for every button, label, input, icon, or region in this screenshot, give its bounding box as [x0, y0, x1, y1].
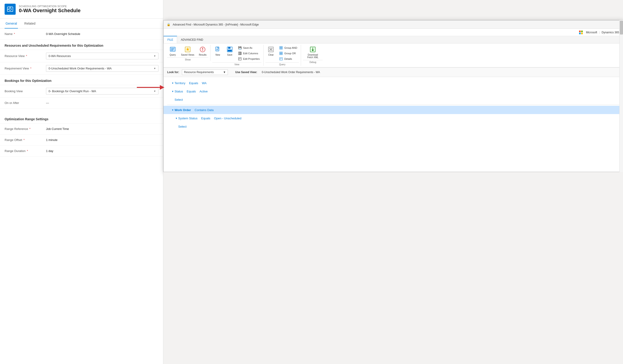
look-for-dropdown[interactable]: Resource Requirements ▼ [182, 69, 228, 75]
details-label: Details [284, 58, 292, 60]
scrollbar-thumb[interactable] [620, 21, 623, 35]
booking-view-label: Booking View [5, 89, 46, 93]
system-status-operator[interactable]: Equals [201, 117, 210, 120]
scrollbar-right[interactable] [619, 20, 623, 172]
results-icon [199, 46, 206, 53]
ms-sq-green [581, 31, 583, 32]
window-title: Advanced Find - Microsoft Dynamics 365 -… [173, 23, 259, 26]
query-row-select-2: Select [163, 122, 623, 131]
svg-rect-23 [240, 52, 241, 55]
query-buttons: Clear Group [265, 45, 299, 62]
select-link-2[interactable]: Select [178, 125, 186, 128]
section-bookings-header: Bookings for this Optimization [0, 75, 163, 85]
saved-views-button[interactable]: Saved Views [179, 45, 196, 57]
main-page: SCHEDULING OPTIMIZATION SCOPE 0-WA Overn… [0, 0, 623, 364]
group-and-icon [279, 46, 283, 50]
ms-sq-blue [579, 33, 581, 34]
requirement-view-dropdown[interactable]: 0-Unscheduled Work Order Requirements - … [46, 65, 158, 72]
tab-related[interactable]: Related [23, 19, 36, 28]
query-button[interactable]: Query [167, 45, 178, 57]
range-reference-label: Range Reference * [5, 127, 46, 131]
svg-rect-34 [281, 48, 282, 49]
saved-views-label: Saved Views [181, 54, 194, 56]
territory-value[interactable]: WA [202, 81, 206, 85]
system-status-field-link[interactable]: System Status [178, 117, 198, 120]
section-optimization-header: Optimization Range Settings [0, 113, 163, 124]
ribbon-group-view: New Save � [210, 45, 264, 66]
work-order-field-link[interactable]: Work Order [175, 108, 191, 112]
ms-divider: | [599, 31, 600, 34]
range-offset-value: 1 minute [46, 138, 158, 142]
window-titlebar: 🔒 Advanced Find - Microsoft Dynamics 365… [163, 21, 623, 29]
svg-point-1 [9, 8, 11, 10]
svg-rect-38 [281, 54, 282, 55]
name-row: Name * 0-WA Overnight Schedule [0, 28, 163, 40]
territory-field-link[interactable]: Territory [175, 81, 185, 85]
system-status-value[interactable]: Open - Unscheduled [214, 117, 242, 120]
work-order-chevron[interactable]: ▼ [171, 108, 175, 112]
svg-rect-35 [280, 52, 281, 53]
select-link-1[interactable]: Select [175, 98, 183, 101]
save-as-button[interactable]: 💾 Save As [236, 45, 262, 50]
group-or-button[interactable]: Group OR [277, 51, 299, 56]
requirement-view-label: Requirement View * [5, 67, 46, 70]
ms-sq-red [579, 31, 581, 32]
resource-view-label: Resource View * [5, 54, 46, 58]
clear-button[interactable]: Clear [265, 45, 276, 62]
app-title-block: SCHEDULING OPTIMIZATION SCOPE 0-WA Overn… [19, 5, 81, 14]
view-group-label: View [212, 62, 262, 66]
tab-general[interactable]: General [5, 19, 18, 28]
query-icon [169, 46, 176, 53]
save-button[interactable]: Save [224, 45, 235, 62]
svg-rect-15 [216, 47, 219, 51]
range-reference-row: Range Reference * Job Current Time [0, 124, 163, 134]
new-button[interactable]: New [212, 45, 223, 62]
query-small-buttons: Group AND Group OR [277, 45, 299, 62]
look-for-value: Resource Requirements [184, 71, 214, 74]
resource-view-dropdown-arrow: ▼ [154, 55, 156, 57]
show-group-label: Show [167, 58, 208, 61]
ms-sq-yellow [581, 33, 583, 34]
debug-group-label: Debug [303, 60, 323, 64]
on-or-after-label: On or After [5, 101, 46, 105]
work-order-operator[interactable]: Contains Data [195, 108, 213, 112]
query-row-work-order[interactable]: ▼ Work Order Contains Data [163, 106, 623, 114]
territory-chevron[interactable]: ▼ [171, 81, 175, 85]
ribbon-group-debug: Download Fetch XML Debug [301, 45, 325, 64]
system-status-chevron[interactable]: ▼ [175, 116, 178, 120]
range-offset-row: Range Offset * 1 minute [0, 134, 163, 146]
svg-rect-6 [170, 47, 175, 51]
status-chevron[interactable]: ▼ [171, 89, 175, 93]
group-and-button[interactable]: Group AND [277, 45, 299, 50]
status-value[interactable]: Active [200, 90, 208, 93]
look-for-label: Look for: [167, 71, 179, 74]
edit-properties-icon [238, 57, 242, 61]
ribbon-tab-file[interactable]: FILE [163, 36, 177, 43]
edit-properties-label: Edit Properties [243, 58, 260, 60]
svg-rect-33 [280, 48, 281, 49]
look-for-row: Look for: Resource Requirements ▼ Use Sa… [163, 68, 623, 77]
query-row-status: ▼ Status Equals Active [163, 87, 623, 95]
save-label: Save [227, 54, 232, 56]
resource-view-dropdown[interactable]: 0-WA Resources ▼ [46, 53, 158, 59]
territory-operator[interactable]: Equals [189, 81, 198, 85]
edit-columns-button[interactable]: Edit Columns [236, 51, 262, 56]
ribbon-tab-advanced-find[interactable]: ADVANCED FIND [177, 36, 207, 43]
name-required: * [14, 32, 15, 36]
ms-text: Microsoft [586, 31, 597, 34]
status-operator[interactable]: Equals [187, 90, 196, 93]
query-label: Query [170, 54, 176, 56]
app-header: SCHEDULING OPTIMIZATION SCOPE 0-WA Overn… [0, 0, 163, 19]
results-button[interactable]: Results [197, 45, 208, 57]
download-fetch-xml-button[interactable]: Download Fetch XML [303, 45, 323, 60]
query-area: ▼ Territory Equals WA ▼ Status Equals Ac… [163, 77, 623, 172]
status-field-link[interactable]: Status [175, 90, 183, 93]
ribbon-group-show: Query Saved Views [165, 45, 210, 61]
details-button[interactable]: Details [277, 56, 299, 61]
dynamics-text: Dynamics 365 [601, 31, 619, 34]
requirement-view-dropdown-arrow: ▼ [154, 67, 156, 70]
resource-view-row: Resource View * 0-WA Resources ▼ [0, 50, 163, 62]
range-duration-value: 1 day [46, 149, 158, 153]
app-title: 0-WA Overnight Schedule [19, 8, 81, 14]
edit-properties-button[interactable]: Edit Properties [236, 56, 262, 61]
